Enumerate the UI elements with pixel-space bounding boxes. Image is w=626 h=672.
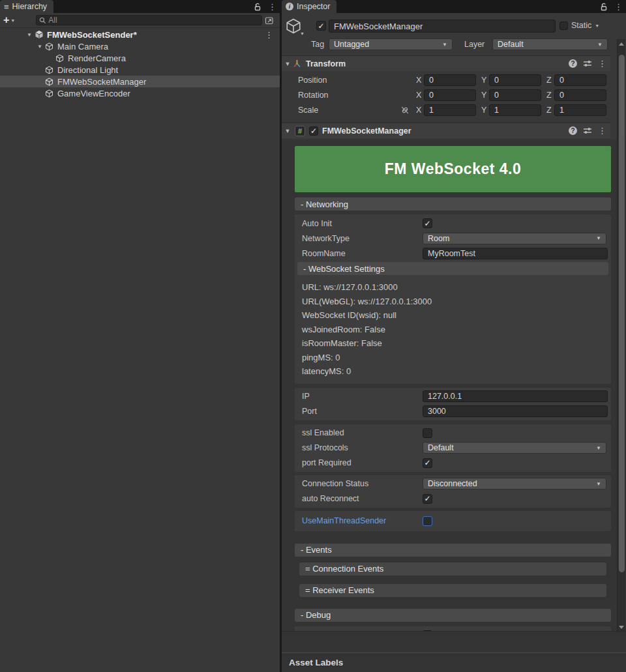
gameobject-cube-icon bbox=[44, 77, 54, 86]
section-receiver-events[interactable]: = Receiver Events bbox=[299, 584, 606, 597]
position-x-field[interactable]: 0 bbox=[424, 74, 476, 86]
port-row: Port 3000 bbox=[295, 404, 608, 419]
rotation-y-field[interactable]: 0 bbox=[489, 89, 541, 101]
auto-init-checkbox[interactable]: ✓ bbox=[423, 218, 432, 228]
room-name-field[interactable]: MyRoomTest bbox=[423, 248, 608, 259]
rotation-label: Rotation bbox=[298, 91, 400, 100]
inspector-kebab-icon[interactable]: ⋮ bbox=[611, 0, 626, 13]
scroll-up-icon[interactable] bbox=[618, 42, 625, 46]
tag-dropdown[interactable]: Untagged ▼ bbox=[329, 38, 453, 50]
link-scale-icon[interactable] bbox=[400, 106, 416, 115]
hierarchy-row-directional-light[interactable]: Directional Light bbox=[0, 64, 280, 76]
scale-y-field[interactable]: 1 bbox=[489, 104, 541, 116]
ssl-enabled-checkbox[interactable]: ✓ bbox=[423, 428, 432, 438]
network-type-dropdown[interactable]: Room ▼ bbox=[423, 233, 606, 244]
component-header[interactable]: ▼ # ✓ FMWebSocketManager ? ⋮ bbox=[282, 123, 610, 138]
hierarchy-tabbar: ≡ Hierarchy ⋮ bbox=[0, 0, 280, 13]
search-placeholder: All bbox=[48, 16, 57, 25]
presets-icon[interactable] bbox=[583, 126, 592, 135]
transform-rows: Position X 0 Y 0 Z 0 Rotation X 0 Y 0 Z … bbox=[282, 72, 610, 117]
hierarchy-row-scene[interactable]: ▼ FMWebSocketSender* ⋮ bbox=[0, 29, 280, 40]
layer-dropdown[interactable]: Default ▼ bbox=[492, 38, 608, 50]
transform-icon bbox=[292, 59, 302, 68]
foldout-open-icon[interactable]: ▼ bbox=[283, 128, 292, 134]
gameobject-active-checkbox[interactable]: ✓ bbox=[316, 21, 326, 31]
transform-title: Transform bbox=[306, 59, 346, 68]
auto-reconnect-label: auto Reconnect bbox=[302, 494, 423, 503]
port-required-checkbox[interactable]: ✓ bbox=[423, 458, 432, 468]
section-networking[interactable]: - Networking bbox=[295, 197, 611, 211]
auto-reconnect-checkbox[interactable]: ✓ bbox=[423, 494, 432, 504]
foldout-open-icon[interactable]: ▼ bbox=[35, 44, 44, 50]
help-icon[interactable]: ? bbox=[569, 126, 577, 135]
gameobject-icon[interactable]: ▼ bbox=[285, 18, 302, 35]
chevron-down-icon: ▼ bbox=[596, 235, 601, 241]
scroll-down-icon[interactable] bbox=[618, 626, 625, 629]
hierarchy-row-gameviewencoder[interactable]: GameViewEncoder bbox=[0, 87, 280, 99]
layer-label: Layer bbox=[464, 40, 484, 49]
check-icon: ✓ bbox=[318, 22, 324, 30]
scale-x-field[interactable]: 1 bbox=[424, 104, 476, 116]
transform-header[interactable]: ▼ Transform ? ⋮ bbox=[282, 55, 610, 71]
port-label: Port bbox=[302, 407, 423, 416]
scale-label: Scale bbox=[298, 106, 400, 115]
port-field[interactable]: 3000 bbox=[423, 405, 608, 417]
component-kebab-icon[interactable]: ⋮ bbox=[598, 126, 606, 136]
hierarchy-lock-icon[interactable] bbox=[250, 0, 265, 13]
hierarchy-search-input[interactable]: All bbox=[36, 15, 262, 25]
component-body: FM WebSocket 4.0 - Networking Auto Init … bbox=[282, 139, 626, 631]
address-group: IP 127.0.0.1 Port 3000 bbox=[295, 388, 611, 420]
ssl-protocols-label: ssl Protocols bbox=[302, 443, 423, 452]
section-events[interactable]: - Events bbox=[295, 544, 611, 557]
hierarchy-row-fmwebsocketmanager[interactable]: FMWebSocketManager bbox=[0, 76, 280, 87]
connection-status-dropdown[interactable]: Disconnected ▼ bbox=[423, 478, 606, 489]
hierarchy-row-rendercamera[interactable]: RenderCamera bbox=[0, 52, 280, 64]
chevron-down-icon: ▼ bbox=[596, 481, 601, 487]
position-y-field[interactable]: 0 bbox=[489, 74, 541, 86]
info-wsid: WebSocket ID(wsid): null bbox=[302, 308, 608, 323]
create-plus-button[interactable]: + bbox=[0, 15, 10, 25]
tabbar-spacer bbox=[53, 0, 250, 13]
scrollbar-thumb[interactable] bbox=[619, 55, 625, 572]
inspector-scrollbar[interactable] bbox=[617, 39, 625, 632]
hierarchy-kebab-icon[interactable]: ⋮ bbox=[265, 0, 280, 13]
ip-field[interactable]: 127.0.0.1 bbox=[423, 390, 608, 402]
tab-hierarchy[interactable]: ≡ Hierarchy bbox=[0, 0, 53, 13]
check-icon: ✓ bbox=[424, 459, 430, 467]
info-latency: latencyMS: 0 bbox=[302, 364, 608, 379]
presets-icon[interactable] bbox=[583, 59, 592, 68]
gameobject-label: FMWebSocketManager bbox=[57, 77, 146, 87]
port-required-row: port Required ✓ bbox=[295, 456, 608, 471]
rotation-x-field[interactable]: 0 bbox=[424, 89, 476, 101]
info-url-webgl: URL(WebGL): ws://127.0.0.1:3000 bbox=[302, 295, 608, 309]
transform-kebab-icon[interactable]: ⋮ bbox=[598, 59, 606, 68]
use-main-thread-sender-row: UseMainThreadSender ✓ bbox=[295, 514, 608, 529]
static-checkbox[interactable]: ✓ bbox=[559, 22, 568, 30]
ssl-protocols-dropdown[interactable]: Default ▼ bbox=[423, 442, 606, 454]
gameobject-label: RenderCamera bbox=[68, 53, 126, 63]
hierarchy-row-main-camera[interactable]: ▼ Main Camera bbox=[0, 40, 280, 52]
foldout-open-icon[interactable]: ▼ bbox=[283, 61, 292, 67]
section-websocket-settings[interactable]: - WebSocket Settings bbox=[297, 262, 608, 275]
search-window-icon[interactable] bbox=[265, 16, 274, 25]
create-dropdown-caret-icon[interactable]: ▼ bbox=[10, 18, 18, 23]
section-connection-events[interactable]: = Connection Events bbox=[299, 562, 606, 576]
hierarchy-tab-label: Hierarchy bbox=[12, 2, 48, 11]
inspector-lock-icon[interactable] bbox=[597, 0, 611, 13]
component-enabled-checkbox[interactable]: ✓ bbox=[309, 126, 318, 136]
help-icon[interactable]: ? bbox=[569, 59, 577, 68]
section-debug[interactable]: - Debug bbox=[295, 609, 611, 622]
ssl-enabled-row: ssl Enabled ✓ bbox=[295, 426, 608, 441]
tab-inspector[interactable]: i Inspector bbox=[282, 0, 336, 13]
axis-y-label: Y bbox=[481, 91, 489, 100]
use-main-thread-sender-checkbox[interactable]: ✓ bbox=[423, 516, 432, 526]
connection-group: Connection Status Disconnected ▼ auto Re… bbox=[295, 475, 611, 508]
scale-z-field[interactable]: 1 bbox=[554, 104, 606, 116]
foldout-open-icon[interactable]: ▼ bbox=[25, 32, 34, 38]
position-z-field[interactable]: 0 bbox=[554, 74, 606, 86]
rotation-z-field[interactable]: 0 bbox=[554, 89, 606, 101]
scene-kebab-icon[interactable]: ⋮ bbox=[265, 29, 273, 40]
tag-label: Tag bbox=[311, 40, 324, 49]
static-dropdown-caret-icon[interactable]: ▼ bbox=[595, 23, 602, 28]
gameobject-name-field[interactable]: FMWebSocketManager bbox=[329, 20, 556, 33]
